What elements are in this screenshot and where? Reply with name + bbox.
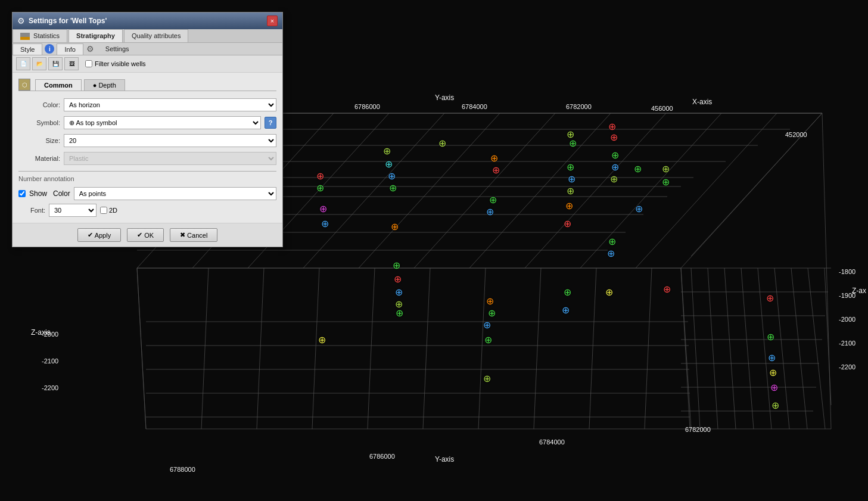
well-top: ⊕ xyxy=(634,163,642,175)
toolbar-btn-1[interactable]: 📄 xyxy=(16,57,30,70)
material-select[interactable]: Plastic xyxy=(64,152,276,165)
y-axis-bottom-label: Y-axis xyxy=(435,455,454,463)
svg-text:-1900: -1900 xyxy=(839,292,855,299)
well-top: ⊕ xyxy=(605,287,613,298)
well-top: ⊕ xyxy=(562,304,570,316)
settings-gear-icon: ⚙ xyxy=(86,44,95,54)
well-top: ⊕ xyxy=(611,161,619,173)
checkbox-2d-container: 2D xyxy=(100,207,117,214)
toolbar-btn-3[interactable]: 💾 xyxy=(48,57,63,70)
apply-button[interactable]: ✔ Apply xyxy=(77,228,122,242)
well-top: ⊕ xyxy=(607,248,615,259)
well-top: ⊕ xyxy=(567,185,574,197)
well-top: ⊕ xyxy=(663,284,671,295)
open-icon: 📂 xyxy=(36,61,43,67)
svg-text:-2000: -2000 xyxy=(42,331,58,338)
svg-text:6786000: 6786000 xyxy=(354,103,380,110)
well-top: ⊕ xyxy=(771,400,779,411)
dialog-footer: ✔ Apply ✔ OK ✖ Cancel xyxy=(13,223,282,247)
color-select-wrapper: As horizon xyxy=(64,98,276,111)
well-top: ⊕ xyxy=(564,287,571,298)
font-label: Font: xyxy=(18,207,45,214)
well-top: ⊕ xyxy=(662,176,670,188)
well-top: ⊕ xyxy=(490,153,498,164)
size-row: Size: 20 xyxy=(18,134,276,147)
settings-dialog: ⚙ Settings for 'Well Tops' × Statistics … xyxy=(12,12,283,247)
tab-stratigraphy[interactable]: Stratigraphy xyxy=(69,29,123,42)
well-top: ⊕ xyxy=(770,382,778,393)
dialog-titlebar: ⚙ Settings for 'Well Tops' × xyxy=(13,13,282,29)
well-top: ⊕ xyxy=(393,260,400,271)
well-top: ⊕ xyxy=(769,367,777,378)
show-checkbox[interactable] xyxy=(18,190,26,197)
tab-style[interactable]: Style xyxy=(13,43,42,55)
svg-text:-1800: -1800 xyxy=(839,268,855,275)
svg-text:6786000: 6786000 xyxy=(369,453,395,460)
well-top: ⊕ xyxy=(321,218,329,229)
well-top: ⊕ xyxy=(488,307,496,319)
svg-text:456000: 456000 xyxy=(651,105,673,112)
size-select-wrapper: 20 xyxy=(64,134,276,147)
tab-info[interactable]: Info xyxy=(57,43,83,55)
well-top: ⊕ xyxy=(568,173,575,185)
cancel-icon: ✖ xyxy=(180,231,185,239)
well-top: ⊕ xyxy=(564,218,571,229)
well-top: ⊕ xyxy=(768,352,776,363)
svg-text:452000: 452000 xyxy=(785,131,807,138)
filter-visible-wells-checkbox[interactable] xyxy=(85,60,92,67)
y-axis-top-label: Y-axis xyxy=(435,94,454,102)
svg-text:6784000: 6784000 xyxy=(539,438,565,446)
well-top: ⊕ xyxy=(388,170,396,182)
well-top: ⊕ xyxy=(389,182,397,194)
symbol-select[interactable]: ⊕ As top symbol xyxy=(64,116,261,129)
well-top: ⊕ xyxy=(395,287,403,298)
color-label: Color: xyxy=(18,101,60,108)
material-select-wrapper: Plastic xyxy=(64,152,276,165)
ok-icon: ✔ xyxy=(137,231,142,239)
help-button[interactable]: ? xyxy=(265,117,276,129)
info-icon: i xyxy=(45,44,54,54)
image-icon: 🖼 xyxy=(69,61,74,67)
annotation-color-select[interactable]: As points xyxy=(74,187,276,200)
tab-quality-attributes[interactable]: Quality attributes xyxy=(124,29,189,42)
well-top: ⊕ xyxy=(611,150,619,161)
save-icon: 💾 xyxy=(52,61,59,67)
svg-text:-2000: -2000 xyxy=(839,316,855,323)
size-select[interactable]: 20 xyxy=(64,134,276,147)
symbol-row: Symbol: ⊕ As top symbol ? xyxy=(18,116,276,129)
well-top: ⊕ xyxy=(610,132,618,143)
2d-checkbox[interactable] xyxy=(100,207,107,214)
svg-text:-2100: -2100 xyxy=(839,340,855,347)
cancel-button[interactable]: ✖ Cancel xyxy=(170,228,217,242)
inner-tab-common[interactable]: Common xyxy=(35,79,82,91)
svg-text:6782000: 6782000 xyxy=(566,103,592,110)
tab-statistics[interactable]: Statistics xyxy=(13,29,67,42)
color-select[interactable]: As horizon xyxy=(64,98,276,111)
new-icon: 📄 xyxy=(20,61,27,67)
tab-row-2: Style i Info ⚙ Settings xyxy=(13,43,282,55)
close-button[interactable]: × xyxy=(267,15,278,26)
symbol-select-wrapper: ⊕ As top symbol xyxy=(64,116,261,129)
well-top: ⊕ xyxy=(316,170,324,182)
well-top: ⊕ xyxy=(319,203,327,214)
well-top: ⊕ xyxy=(489,194,497,206)
size-label: Size: xyxy=(18,137,60,144)
material-row: Material: Plastic xyxy=(18,152,276,165)
tab-settings[interactable]: Settings xyxy=(98,43,137,55)
well-top: ⊕ xyxy=(766,292,774,304)
show-label: Show xyxy=(29,189,47,198)
well-top: ⊕ xyxy=(635,203,643,214)
well-top: ⊕ xyxy=(391,221,399,232)
dialog-content: ⬡ Common ● Depth Color: As horizon Symbo… xyxy=(13,73,282,223)
toolbar-btn-4[interactable]: 🖼 xyxy=(64,57,79,70)
well-top: ⊕ xyxy=(608,236,616,247)
symbol-label: Symbol: xyxy=(18,119,60,126)
toolbar-btn-2[interactable]: 📂 xyxy=(32,57,46,70)
annotation-color-select-wrapper: As points xyxy=(74,187,276,200)
font-select[interactable]: 30 xyxy=(49,204,97,217)
ok-button[interactable]: ✔ OK xyxy=(127,228,164,242)
inner-tab-depth[interactable]: ● Depth xyxy=(84,79,125,91)
well-top: ⊕ xyxy=(396,307,403,319)
toolbar-row: 📄 📂 💾 🖼 Filter visible wells xyxy=(13,55,282,73)
svg-text:6788000: 6788000 xyxy=(170,466,195,473)
